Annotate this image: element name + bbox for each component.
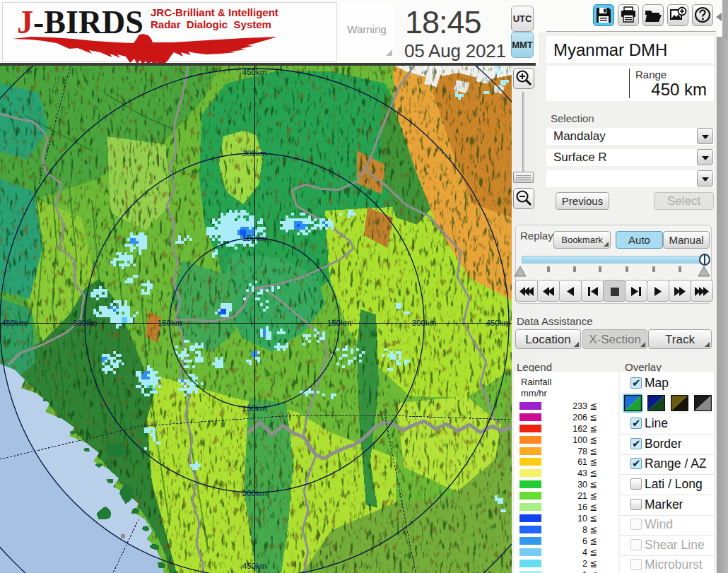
svg-text:450km: 450km <box>242 68 267 76</box>
svg-text:300km: 300km <box>242 149 267 158</box>
svg-text:150km: 150km <box>242 234 267 242</box>
svg-text:300km: 300km <box>242 489 267 497</box>
svg-text:150km: 150km <box>242 404 267 413</box>
svg-text:450km: 450km <box>242 562 267 570</box>
svg-text:150km: 150km <box>158 319 182 327</box>
svg-text:300km: 300km <box>412 319 437 327</box>
svg-text:300km: 300km <box>73 319 98 327</box>
svg-text:450km: 450km <box>1 319 26 327</box>
svg-text:150km: 150km <box>327 319 352 327</box>
svg-text:450km: 450km <box>486 319 510 327</box>
